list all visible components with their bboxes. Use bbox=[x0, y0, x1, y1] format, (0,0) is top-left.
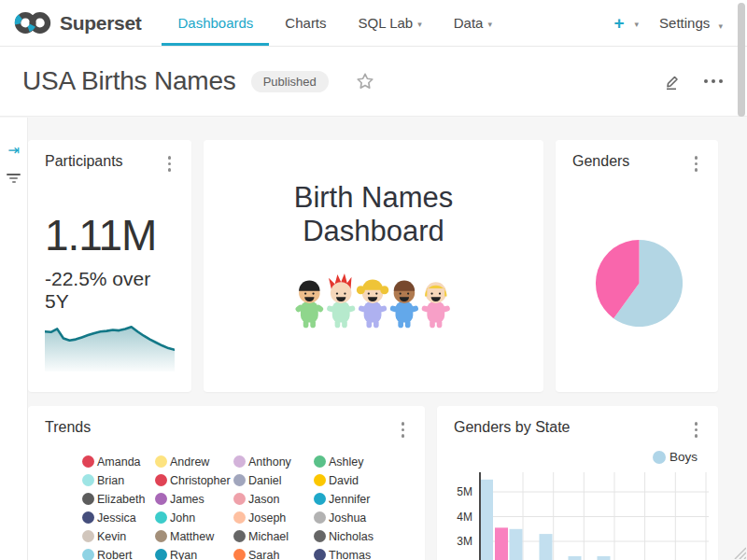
nav-item-dashboards[interactable]: Dashboards bbox=[162, 0, 269, 46]
legend-item-brian[interactable]: Brian bbox=[82, 474, 155, 486]
card-title: Participants bbox=[45, 153, 123, 170]
legend-swatch bbox=[82, 455, 94, 468]
genders-by-state-bar-chart[interactable] bbox=[479, 472, 709, 560]
legend-label: Elizabeth bbox=[97, 493, 145, 506]
legend-swatch bbox=[233, 493, 246, 505]
legend-swatch bbox=[233, 474, 246, 486]
expand-filter-bar-icon[interactable]: ⇥ bbox=[0, 142, 27, 159]
legend-item-daniel[interactable]: Daniel bbox=[233, 474, 314, 486]
brand-name: Superset bbox=[60, 12, 141, 35]
legend-item-amanda[interactable]: Amanda bbox=[82, 455, 155, 468]
new-item-button[interactable]: + bbox=[600, 13, 629, 34]
legend-item-andrew[interactable]: Andrew bbox=[155, 455, 233, 468]
logo-teal-arc-1 bbox=[18, 17, 21, 24]
more-options-icon[interactable] bbox=[704, 79, 723, 83]
legend-label: David bbox=[329, 474, 359, 487]
legend-label: Anthony bbox=[248, 455, 291, 469]
legend-item-robert[interactable]: Robert bbox=[82, 549, 155, 560]
bar-boys bbox=[480, 480, 493, 560]
bar-boys bbox=[569, 556, 582, 560]
edit-dashboard-icon[interactable] bbox=[664, 73, 682, 91]
settings-menu[interactable]: Settings ▾ bbox=[659, 15, 723, 31]
nav-item-charts[interactable]: Charts bbox=[269, 0, 342, 46]
legend-item-joshua[interactable]: Joshua bbox=[314, 511, 416, 524]
favorite-star-icon[interactable] bbox=[355, 71, 375, 91]
legend-item-kevin[interactable]: Kevin bbox=[82, 530, 155, 542]
legend-item-jessica[interactable]: Jessica bbox=[82, 511, 155, 524]
nav-item-sql-lab[interactable]: SQL Lab ▾ bbox=[343, 0, 438, 46]
nav-right-section: + ▾ Settings ▾ bbox=[600, 0, 747, 46]
legend-item-christopher[interactable]: Christopher bbox=[155, 474, 233, 486]
legend-label: Nicholas bbox=[329, 530, 374, 543]
nav-item-data[interactable]: Data ▾ bbox=[438, 0, 508, 46]
legend-item-ashley[interactable]: Ashley bbox=[314, 455, 416, 468]
legend-swatch bbox=[82, 474, 94, 486]
legend-swatch bbox=[82, 549, 94, 560]
legend-label: Kevin bbox=[97, 530, 126, 543]
bar-boys bbox=[598, 556, 611, 560]
legend-item-james[interactable]: James bbox=[155, 493, 233, 505]
card-participants: Participants 1.11M -22.5% over 5Y bbox=[28, 140, 191, 392]
legend-label: Jessica bbox=[97, 511, 136, 525]
legend-label: Christopher bbox=[170, 474, 231, 487]
legend-item-sarah[interactable]: Sarah bbox=[233, 549, 314, 560]
legend-label: Ryan bbox=[170, 549, 197, 560]
genders-pie-chart[interactable] bbox=[594, 238, 684, 329]
legend-swatch bbox=[314, 474, 326, 486]
main-nav: Dashboards Charts SQL Lab ▾ Data ▾ bbox=[162, 0, 507, 46]
status-badge[interactable]: Published bbox=[251, 71, 329, 92]
bar-boys bbox=[510, 529, 523, 560]
legend-label: Joshua bbox=[329, 511, 366, 525]
legend-label: Thomas bbox=[329, 549, 371, 560]
scrollbar-thumb[interactable] bbox=[738, 3, 745, 117]
legend-label: Matthew bbox=[170, 530, 214, 543]
filter-bar-collapsed: ⇥ bbox=[0, 118, 28, 560]
legend-item-jennifer[interactable]: Jennifer bbox=[314, 493, 416, 505]
legend-item-thomas[interactable]: Thomas bbox=[314, 549, 416, 560]
legend-item-david[interactable]: David bbox=[314, 474, 416, 486]
legend-item-jason[interactable]: Jason bbox=[233, 493, 314, 505]
legend-item-michael[interactable]: Michael bbox=[233, 530, 314, 542]
kebab-menu-icon[interactable] bbox=[398, 419, 409, 441]
legend-item-matthew[interactable]: Matthew bbox=[155, 530, 233, 542]
kebab-menu-icon[interactable] bbox=[691, 153, 702, 175]
legend-item-boys[interactable]: Boys bbox=[653, 450, 698, 464]
legend-swatch bbox=[314, 530, 326, 542]
legend-swatch bbox=[155, 511, 167, 524]
legend-item-elizabeth[interactable]: Elizabeth bbox=[82, 493, 155, 505]
legend-item-anthony[interactable]: Anthony bbox=[233, 455, 314, 468]
legend-swatch bbox=[155, 549, 167, 560]
legend-label: Brian bbox=[97, 474, 124, 487]
y-tick-label: 4M bbox=[437, 511, 472, 524]
kebab-menu-icon[interactable] bbox=[691, 419, 702, 441]
legend-swatch bbox=[233, 549, 246, 560]
legend-swatch bbox=[155, 530, 167, 542]
card-title: Genders by State bbox=[454, 419, 571, 436]
resize-corner-handle[interactable] bbox=[731, 544, 746, 559]
legend-item-ryan[interactable]: Ryan bbox=[155, 549, 233, 560]
markdown-heading: Birth Names Dashboard bbox=[220, 181, 527, 248]
participants-sparkline-chart[interactable] bbox=[45, 315, 175, 371]
legend-swatch bbox=[653, 451, 666, 464]
superset-brand[interactable]: Superset bbox=[0, 0, 162, 46]
legend-item-john[interactable]: John bbox=[155, 511, 233, 524]
card-title: Trends bbox=[45, 419, 91, 436]
legend-label: Daniel bbox=[248, 474, 281, 487]
caret-down-icon[interactable]: ▾ bbox=[635, 20, 640, 29]
legend-label: Amanda bbox=[97, 455, 141, 469]
legend-swatch bbox=[155, 455, 167, 468]
filter-icon[interactable] bbox=[7, 174, 21, 183]
legend-item-nicholas[interactable]: Nicholas bbox=[314, 530, 416, 542]
legend-label: Robert bbox=[97, 549, 133, 560]
legend-swatch bbox=[314, 455, 326, 468]
legend-label: James bbox=[170, 493, 204, 506]
card-genders-by-state: Genders by State Boys 5M4M3M bbox=[437, 406, 718, 560]
legend-item-joseph[interactable]: Joseph bbox=[233, 511, 314, 524]
caret-down-icon: ▾ bbox=[417, 20, 422, 29]
legend-label: Andrew bbox=[170, 455, 209, 469]
legend-swatch bbox=[314, 511, 326, 524]
page-title: USA Births Names bbox=[22, 66, 236, 96]
bar-girls bbox=[495, 527, 508, 560]
legend-swatch bbox=[82, 530, 94, 542]
kebab-menu-icon[interactable] bbox=[164, 153, 176, 175]
